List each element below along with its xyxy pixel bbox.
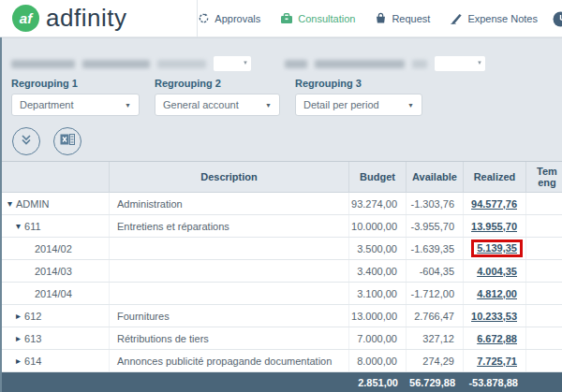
row-available: 2.766,47	[407, 305, 464, 327]
redacted-text	[315, 60, 405, 68]
row-tree-cell: 2014/03	[0, 260, 110, 282]
row-available: -1.712,00	[407, 283, 464, 304]
chevron-right-icon[interactable]: ▸	[16, 334, 21, 343]
regrouping-1-label: Regrouping 1	[11, 78, 140, 89]
row-realized-cell: 4.812,00	[464, 283, 526, 304]
toolbar	[0, 122, 562, 161]
brand-logo[interactable]: af adfinity	[0, 4, 197, 33]
row-tree-cell: ▾611	[0, 215, 110, 237]
row-tree-cell: ▸613	[0, 327, 110, 349]
regrouping-row: Regrouping 1 Department ▼ Regrouping 2 G…	[11, 78, 562, 116]
row-realized-cell: 13.955,70	[464, 215, 526, 237]
nav-item-consultation[interactable]: Consultation	[280, 12, 355, 24]
col-header-temp-engagement[interactable]: Tem eng	[526, 162, 562, 192]
table-row[interactable]: ▸613Rétributions de tiers7.000,00327,126…	[0, 327, 562, 350]
table-row[interactable]: ▾611Entretiens et réparations10.000,00-3…	[0, 215, 562, 238]
row-budget: 3.500,00	[349, 238, 407, 259]
row-budget: 7.000,00	[349, 327, 407, 349]
table-row[interactable]: 2014/023.500,00-1.639,355.139,35	[0, 238, 562, 260]
brand-logo-icon: af	[12, 5, 39, 32]
col-header-available[interactable]: Available	[407, 162, 464, 192]
row-tree-cell: 2014/04	[0, 283, 110, 304]
row-realized-cell: 6.672,88	[464, 327, 526, 349]
regrouping-3: Regrouping 3 Detail per period ▼	[295, 78, 422, 116]
app-window: af adfinity Approvals Consultation	[0, 0, 562, 392]
filter-panel: ▼ ▼ Regrouping 1 Department ▼ Regrouping…	[0, 37, 562, 122]
row-temp-engagement	[526, 327, 562, 349]
regrouping-3-label: Regrouping 3	[295, 78, 422, 89]
row-code: 614	[24, 356, 41, 367]
realized-link[interactable]: 10.233,53	[471, 311, 517, 322]
row-budget: 10.000,00	[349, 215, 407, 237]
chevron-right-icon[interactable]: ▸	[16, 312, 21, 321]
chevron-down-icon[interactable]: ▾	[16, 222, 21, 231]
realized-link[interactable]: 4.812,00	[477, 288, 517, 299]
excel-icon	[60, 133, 75, 150]
redacted-text	[412, 60, 427, 68]
chevron-right-icon[interactable]: ▸	[16, 356, 21, 366]
row-budget: 13.000,00	[349, 305, 407, 327]
double-chevron-down-icon	[20, 133, 33, 150]
footer-available-total: 56.729,88	[407, 372, 464, 392]
realized-link[interactable]: 7.725,71	[477, 356, 517, 367]
row-description: Rétributions de tiers	[110, 327, 349, 349]
nav-item-approvals[interactable]: Approvals	[198, 12, 260, 24]
row-code: 2014/04	[35, 288, 72, 299]
chevron-down-icon[interactable]: ▾	[7, 199, 12, 209]
row-tree-cell: ▾ADMIN	[0, 193, 110, 214]
pen-icon	[450, 12, 463, 24]
row-code: 611	[24, 221, 41, 232]
redacted-dropdown[interactable]: ▼	[214, 56, 251, 71]
row-temp-engagement	[526, 215, 562, 237]
row-temp-engagement	[526, 283, 562, 304]
clock-icon[interactable]	[553, 11, 562, 27]
export-excel-button[interactable]	[53, 127, 81, 155]
row-description: Annonces publicité propagande documentat…	[110, 350, 349, 371]
row-code: 613	[24, 333, 41, 344]
row-temp-engagement	[526, 238, 562, 259]
regrouping-2: Regrouping 2 General account ▼	[155, 78, 280, 116]
table-row[interactable]: ▾ADMINAdministration93.274,00-1.303,7694…	[0, 193, 562, 215]
realized-link[interactable]: 5.139,35	[477, 242, 517, 254]
bag-icon	[375, 12, 387, 24]
row-budget: 8.000,00	[349, 350, 407, 371]
regrouping-1-select[interactable]: Department ▼	[11, 94, 140, 116]
redacted-text	[82, 60, 150, 68]
row-description: Administration	[110, 193, 349, 214]
row-tree-cell: 2014/02	[0, 238, 110, 259]
table-footer-row: 2.851,00 56.729,88 -53.878,88	[0, 372, 562, 392]
row-available: 274,29	[407, 350, 464, 371]
table-row[interactable]: 2014/043.100,00-1.712,004.812,00	[0, 283, 562, 305]
row-realized-cell: 94.577,76	[464, 193, 526, 214]
regrouping-3-select[interactable]: Detail per period ▼	[295, 94, 422, 116]
row-realized-cell: 5.139,35	[464, 238, 526, 259]
window-left-edge	[0, 37, 2, 392]
expand-all-button[interactable]	[12, 127, 40, 155]
row-available: -604,35	[407, 260, 464, 282]
redacted-text	[157, 60, 206, 68]
row-tree-cell: ▸612	[0, 305, 110, 327]
table-row[interactable]: 2014/033.400,00-604,354.004,35	[0, 260, 562, 283]
realized-link[interactable]: 6.672,88	[477, 333, 517, 344]
realized-link[interactable]: 4.004,35	[477, 266, 517, 277]
row-temp-engagement	[526, 193, 562, 214]
regrouping-1: Regrouping 1 Department ▼	[11, 78, 140, 116]
nav-item-request[interactable]: Request	[375, 12, 430, 24]
regrouping-2-select[interactable]: General account ▼	[155, 94, 280, 116]
realized-link[interactable]: 94.577,76	[471, 198, 517, 210]
row-available: -1.639,35	[407, 238, 464, 259]
chevron-down-icon: ▼	[125, 102, 131, 109]
table-row[interactable]: ▸612Fournitures13.000,002.766,4710.233,5…	[0, 305, 562, 327]
col-header-realized[interactable]: Realized	[464, 162, 526, 192]
refresh-icon	[198, 12, 210, 24]
nav-item-expense-notes[interactable]: Expense Notes	[450, 12, 538, 24]
col-header-budget[interactable]: Budget	[349, 162, 407, 192]
table-body: ▾ADMINAdministration93.274,00-1.303,7694…	[0, 193, 562, 372]
redacted-dropdown[interactable]: ▼	[435, 56, 485, 71]
row-available: -1.303,76	[407, 193, 464, 214]
main-nav: Approvals Consultation Request Expense N…	[198, 12, 562, 24]
realized-link[interactable]: 13.955,70	[471, 221, 517, 232]
col-header-description[interactable]: Description	[110, 162, 349, 192]
table-row[interactable]: ▸614Annonces publicité propagande docume…	[0, 350, 562, 372]
highlight-red-box: 5.139,35	[471, 240, 523, 257]
